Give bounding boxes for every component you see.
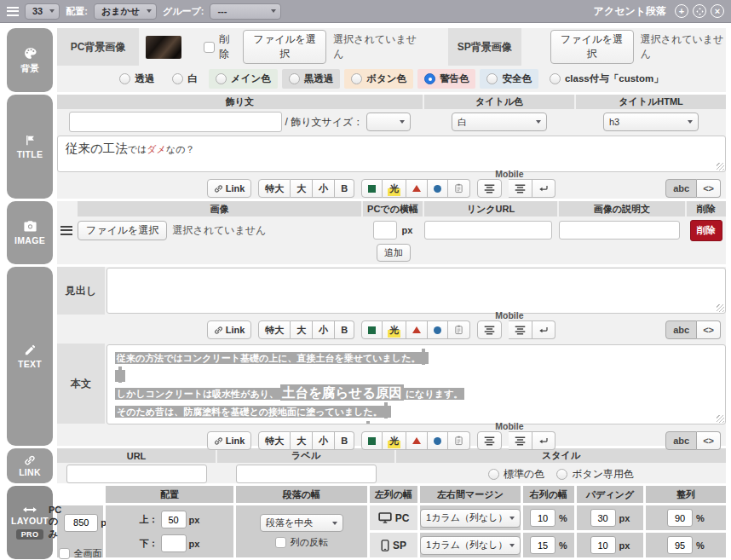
align-center-button[interactable] bbox=[477, 320, 502, 339]
link-style-standard-radio[interactable]: 標準の色 bbox=[488, 467, 544, 482]
blue-color-button[interactable] bbox=[428, 431, 448, 450]
abc-mode-button[interactable]: abc bbox=[665, 431, 697, 450]
decoration-text-input[interactable] bbox=[69, 112, 282, 132]
highlight-button[interactable]: 光 bbox=[383, 431, 406, 450]
bold-button[interactable]: B bbox=[335, 179, 354, 198]
link-button[interactable]: Link bbox=[207, 431, 252, 450]
add-image-button[interactable]: 追加 bbox=[377, 244, 411, 262]
bg-color-option-main[interactable]: メイン色 bbox=[209, 69, 278, 89]
block-number-select[interactable]: 33 bbox=[25, 3, 60, 20]
align-center-button[interactable] bbox=[477, 179, 502, 198]
highlight-button[interactable]: 光 bbox=[383, 320, 406, 339]
heading-textarea[interactable] bbox=[106, 268, 726, 314]
html-mode-button[interactable]: <> bbox=[697, 320, 721, 339]
decoration-size-select[interactable] bbox=[366, 113, 411, 131]
pc-margin-input[interactable] bbox=[590, 509, 616, 527]
pc-bg-file-button[interactable]: ファイルを選択 bbox=[243, 30, 326, 64]
pc-width-input[interactable] bbox=[373, 221, 397, 240]
bg-color-option-custom-class[interactable]: class付与「custom」 bbox=[543, 69, 671, 89]
drag-handle-icon[interactable] bbox=[7, 7, 19, 16]
pc-columns-select[interactable]: 1カラム（列なし） bbox=[420, 509, 521, 528]
mobile-align-button[interactable] bbox=[509, 431, 532, 450]
pc-left-width-input[interactable] bbox=[530, 509, 555, 527]
row-drag-handle-icon[interactable] bbox=[60, 226, 72, 235]
bg-color-option-warning[interactable]: 警告色 bbox=[417, 69, 476, 89]
link-style-button-radio[interactable]: ボタン専用色 bbox=[556, 467, 634, 482]
bold-button[interactable]: B bbox=[335, 431, 354, 450]
sp-right-width-input[interactable] bbox=[667, 536, 693, 554]
size-small-button[interactable]: 小 bbox=[313, 320, 335, 339]
red-color-button[interactable] bbox=[406, 179, 428, 198]
size-xl-button[interactable]: 特大 bbox=[258, 431, 291, 450]
add-paragraph-button[interactable]: + bbox=[675, 4, 688, 18]
reverse-columns-checkbox[interactable]: 列の反転 bbox=[275, 536, 328, 549]
size-xl-button[interactable]: 特大 bbox=[258, 179, 291, 198]
size-small-button[interactable]: 小 bbox=[313, 179, 335, 198]
link-button[interactable]: Link bbox=[207, 179, 252, 198]
image-file-button[interactable]: ファイルを選択 bbox=[78, 221, 167, 240]
html-mode-button[interactable]: <> bbox=[697, 431, 721, 450]
green-color-button[interactable] bbox=[361, 179, 383, 198]
size-large-button[interactable]: 大 bbox=[291, 179, 313, 198]
close-paragraph-button[interactable]: × bbox=[711, 4, 724, 18]
paragraph-align-select[interactable]: 段落を中央 bbox=[260, 514, 343, 532]
green-color-button[interactable] bbox=[361, 431, 383, 450]
bg-color-option-safe[interactable]: 安全色 bbox=[480, 69, 538, 89]
abc-mode-button[interactable]: abc bbox=[665, 179, 697, 198]
abc-mode-button[interactable]: abc bbox=[665, 320, 697, 339]
mobile-linebreak-button[interactable] bbox=[532, 431, 555, 450]
sp-left-width-input[interactable] bbox=[530, 536, 555, 554]
blue-color-button[interactable] bbox=[428, 179, 448, 198]
note-button[interactable] bbox=[448, 179, 470, 198]
placement-select[interactable]: おまかせ bbox=[94, 3, 157, 20]
pc-right-width-input[interactable] bbox=[667, 509, 693, 527]
image-delete-button[interactable]: 削除 bbox=[690, 220, 722, 241]
bg-color-option-button[interactable]: ボタン色 bbox=[344, 69, 413, 89]
padding-bottom-input[interactable] bbox=[161, 534, 187, 552]
tab-link[interactable]: LINK bbox=[7, 448, 53, 483]
html-mode-button[interactable]: <> bbox=[697, 179, 721, 198]
mobile-align-button[interactable] bbox=[509, 179, 532, 198]
title-html-select[interactable]: h3 bbox=[603, 113, 699, 131]
image-caption-input[interactable] bbox=[559, 221, 680, 240]
link-label-input[interactable] bbox=[236, 465, 377, 483]
red-color-button[interactable] bbox=[406, 431, 428, 450]
sp-bg-file-button[interactable]: ファイルを選択 bbox=[550, 30, 634, 64]
mobile-linebreak-button[interactable] bbox=[532, 179, 555, 198]
note-button[interactable] bbox=[448, 431, 470, 450]
highlight-button[interactable]: 光 bbox=[383, 179, 406, 198]
size-large-button[interactable]: 大 bbox=[291, 320, 313, 339]
sp-columns-select[interactable]: 1カラム（列なし） bbox=[420, 536, 521, 555]
bg-color-option-black[interactable]: 黒透過 bbox=[282, 69, 341, 89]
title-color-select[interactable]: 白 bbox=[452, 113, 547, 131]
link-url-input[interactable] bbox=[66, 465, 207, 483]
group-select[interactable]: --- bbox=[210, 3, 281, 20]
image-link-url-input[interactable] bbox=[424, 221, 552, 240]
bg-color-option-white[interactable]: 白 bbox=[165, 69, 204, 89]
red-color-button[interactable] bbox=[406, 320, 428, 339]
fullscreen-checkbox[interactable]: 全画面 bbox=[59, 547, 102, 560]
sp-margin-input[interactable] bbox=[590, 536, 616, 554]
tab-text[interactable]: TEXT bbox=[7, 267, 53, 446]
tab-image[interactable]: IMAGE bbox=[7, 201, 53, 264]
mobile-linebreak-button[interactable] bbox=[532, 320, 555, 339]
mobile-align-button[interactable] bbox=[509, 320, 532, 339]
size-small-button[interactable]: 小 bbox=[313, 431, 335, 450]
size-large-button[interactable]: 大 bbox=[291, 431, 313, 450]
bg-delete-checkbox[interactable]: 削除 bbox=[204, 32, 236, 61]
bg-color-option-tokka[interactable]: 透過 bbox=[112, 69, 161, 89]
green-color-button[interactable] bbox=[361, 320, 383, 339]
tab-layout[interactable]: LAYOUT PRO bbox=[7, 486, 53, 559]
bold-button[interactable]: B bbox=[335, 320, 354, 339]
title-textarea[interactable]: 従来の工法ではダメなの？ bbox=[57, 136, 726, 172]
tab-background[interactable]: 背景 bbox=[7, 28, 53, 92]
padding-top-input[interactable] bbox=[161, 511, 187, 528]
size-xl-button[interactable]: 特大 bbox=[258, 320, 291, 339]
tab-title[interactable]: TITLE bbox=[7, 95, 53, 199]
body-textarea[interactable]: 従来の方法ではコンクリート基礎の上に、直接土台を乗せていました。 しかしコンクリ… bbox=[106, 344, 726, 424]
blue-color-button[interactable] bbox=[428, 320, 448, 339]
link-button[interactable]: Link bbox=[207, 320, 252, 339]
align-center-button[interactable] bbox=[477, 431, 502, 450]
para-width-input[interactable] bbox=[64, 514, 98, 532]
note-button[interactable] bbox=[448, 320, 470, 339]
